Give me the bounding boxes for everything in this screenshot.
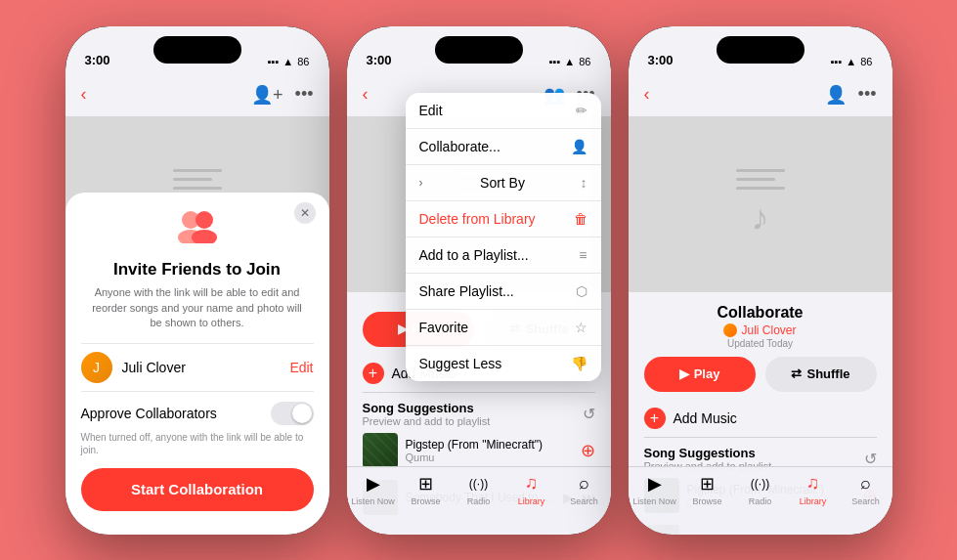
menu-sort-by[interactable]: › Sort By ↕ — [406, 165, 601, 201]
menu-suggest-less[interactable]: Suggest Less 👎 — [406, 346, 601, 381]
invite-desc: Anyone with the link will be able to edi… — [81, 285, 314, 330]
play-shuffle-3: ▶ Play ⇄ Shuffle — [644, 357, 877, 392]
phone-1-screen: 3:00 ▪▪▪ ▲ 86 ‹ 👤+ ••• ♪ — [65, 26, 329, 535]
collab-title: Collaborate — [644, 304, 877, 322]
phone-2: 3:00 ▪▪▪ ▲ 86 ‹ 👥 ••• ♪ — [347, 26, 611, 535]
nav-bar-3: ‹ 👤 ••• — [629, 73, 892, 116]
song-info-1: Pigstep (From "Minecraft") Qumu — [406, 438, 573, 463]
tab-search-3[interactable]: ⌕ Search — [840, 473, 892, 506]
music-lines-3 — [736, 169, 785, 190]
share-icon: ⬡ — [576, 283, 587, 299]
status-icons-3: ▪▪▪ ▲ 86 — [831, 56, 873, 67]
suggestions-subtitle-2: Preview and add to playlist — [363, 415, 491, 427]
play-btn-3[interactable]: ▶ Play — [644, 357, 756, 392]
tab-radio-3[interactable]: ((·)) Radio — [734, 473, 787, 506]
browse-icon-2: ⊞ — [415, 473, 437, 495]
nav-actions-3: 👤 ••• — [825, 84, 877, 106]
library-icon-2: ♫ — [521, 473, 543, 495]
listen-now-icon-2: ▶ — [363, 473, 384, 495]
search-icon-3: ⌕ — [855, 473, 877, 495]
menu-add-playlist[interactable]: Add to a Playlist... ≡ — [406, 237, 601, 274]
music-line-1 — [173, 169, 222, 172]
person-icon-3[interactable]: 👤 — [825, 84, 847, 106]
menu-edit[interactable]: Edit ✏ — [406, 93, 601, 129]
music-line-3 — [173, 187, 222, 190]
close-button[interactable]: ✕ — [294, 202, 316, 224]
add-song-btn-1[interactable]: ⊕ — [581, 440, 595, 461]
dropdown-menu: Edit ✏ Collaborate... 👤 › Sort By ↕ Dele… — [406, 93, 601, 381]
listen-now-icon-3: ▶ — [644, 473, 666, 495]
library-icon-3: ♫ — [803, 473, 824, 495]
sort-icon: ↕ — [581, 175, 587, 191]
start-collaboration-button[interactable]: Start Collaboration — [81, 468, 314, 511]
signal-icon-3: ▪▪▪ — [831, 56, 843, 67]
more-icon[interactable]: ••• — [295, 84, 314, 105]
tab-browse-2[interactable]: ⊞ Browse — [400, 473, 453, 506]
tab-bar-2: ▶ Listen Now ⊞ Browse ((·)) Radio ♫ Libr… — [347, 466, 611, 535]
user-row: J Juli Clover Edit — [81, 343, 314, 392]
status-icons-2: ▪▪▪ ▲ 86 — [549, 56, 591, 67]
music-lines — [173, 169, 222, 190]
search-icon-2: ⌕ — [574, 473, 595, 495]
shuffle-icon-3: ⇄ — [791, 366, 802, 381]
plus-icon: + — [363, 363, 384, 384]
shuffle-btn-3[interactable]: ⇄ Shuffle — [765, 357, 877, 392]
music-line-2 — [173, 178, 212, 181]
chevron-icon: › — [419, 176, 423, 190]
menu-collaborate[interactable]: Collaborate... 👤 — [406, 129, 601, 165]
nav-bar-1: ‹ 👤+ ••• — [65, 73, 329, 116]
add-music-row-3[interactable]: + Add Music — [644, 400, 877, 438]
nav-actions-1: 👤+ ••• — [251, 84, 313, 106]
browse-icon-3: ⊞ — [697, 473, 718, 495]
approve-label: Approve Collaborators — [81, 406, 217, 421]
tab-radio-2[interactable]: ((·)) Radio — [453, 473, 505, 506]
battery-icon-3: 86 — [860, 56, 872, 67]
more-icon-3[interactable]: ••• — [858, 84, 877, 105]
approve-row: Approve Collaborators — [81, 402, 314, 425]
invite-people-icon — [81, 208, 314, 252]
collab-menu-icon: 👤 — [571, 139, 587, 154]
wifi-icon-3: ▲ — [846, 56, 856, 67]
menu-favorite[interactable]: Favorite ☆ — [406, 310, 601, 346]
status-icons-1: ▪▪▪ ▲ 86 — [268, 56, 310, 67]
status-time-2: 3:00 — [367, 53, 392, 67]
tab-search-2[interactable]: ⌕ Search — [558, 473, 611, 506]
tab-listen-now-2[interactable]: ▶ Listen Now — [347, 473, 400, 506]
back-button-2[interactable]: ‹ — [363, 84, 369, 105]
radio-icon-2: ((·)) — [468, 473, 490, 495]
song-artist-1: Qumu — [406, 452, 573, 463]
phone-3-screen: 3:00 ▪▪▪ ▲ 86 ‹ 👤 ••• ♪ — [629, 26, 892, 535]
menu-share[interactable]: Share Playlist... ⬡ — [406, 274, 601, 310]
add-person-icon[interactable]: 👤+ — [251, 84, 283, 106]
phone-1: 3:00 ▪▪▪ ▲ 86 ‹ 👤+ ••• ♪ — [65, 26, 329, 535]
menu-delete[interactable]: Delete from Library 🗑 — [406, 201, 601, 237]
radio-icon-3: ((·)) — [750, 473, 771, 495]
suggestions-header-2: Song Suggestions Preview and add to play… — [363, 401, 595, 427]
toggle-knob — [292, 404, 312, 423]
edit-link[interactable]: Edit — [289, 360, 313, 375]
refresh-icon-2[interactable]: ↺ — [583, 405, 595, 423]
back-button-3[interactable]: ‹ — [644, 84, 650, 105]
invite-title: Invite Friends to Join — [81, 260, 314, 280]
tab-library-2[interactable]: ♫ Library — [505, 473, 558, 506]
status-time-3: 3:00 — [648, 53, 674, 67]
back-button-1[interactable]: ‹ — [81, 84, 87, 105]
star-icon: ☆ — [575, 320, 587, 335]
suggestions-title-2: Song Suggestions — [363, 401, 491, 415]
wifi-icon: ▲ — [283, 56, 293, 67]
toggle[interactable] — [271, 402, 314, 425]
song-thumb-1 — [363, 433, 398, 468]
tab-browse-3[interactable]: ⊞ Browse — [681, 473, 734, 506]
svg-point-1 — [196, 211, 213, 229]
signal-icon-2: ▪▪▪ — [549, 56, 561, 67]
dynamic-island-2 — [435, 36, 523, 64]
status-time-1: 3:00 — [85, 53, 110, 67]
invite-sheet: ✕ Invite Friends to Join Anyone with the… — [65, 193, 329, 534]
user-avatar: J — [81, 352, 112, 383]
dynamic-island-3 — [717, 36, 805, 64]
phone-3: 3:00 ▪▪▪ ▲ 86 ‹ 👤 ••• ♪ — [629, 26, 892, 535]
tab-listen-now-3[interactable]: ▶ Listen Now — [629, 473, 681, 506]
signal-icon: ▪▪▪ — [268, 56, 280, 67]
collab-info: Collaborate Juli Clover Updated Today — [644, 304, 877, 349]
tab-library-3[interactable]: ♫ Library — [787, 473, 840, 506]
